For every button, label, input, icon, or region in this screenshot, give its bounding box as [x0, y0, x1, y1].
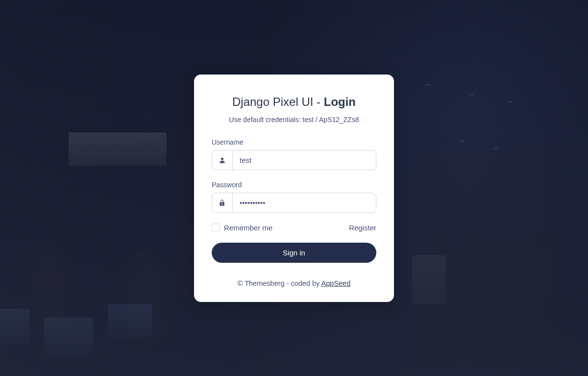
username-input[interactable]: [233, 150, 376, 170]
card-footer: © Themesberg - coded by AppSeed: [212, 279, 376, 287]
unlock-icon: [212, 193, 233, 212]
page-title: Django Pixel UI - Login: [212, 95, 376, 109]
password-group: Password: [212, 181, 376, 213]
login-card: Django Pixel UI - Login Use default cred…: [194, 75, 394, 302]
username-input-group: [212, 150, 376, 170]
password-input[interactable]: [233, 193, 376, 212]
password-label: Password: [212, 181, 376, 189]
remember-checkbox[interactable]: [212, 224, 220, 232]
title-prefix: Django Pixel UI -: [232, 95, 324, 108]
svg-point-0: [221, 157, 223, 160]
register-link[interactable]: Register: [349, 224, 376, 232]
remember-wrap: Remember me: [212, 224, 272, 232]
subtitle-credentials: Use default credentials: test / ApS12_ZZ…: [212, 116, 376, 124]
remember-label[interactable]: Remember me: [224, 224, 272, 232]
title-bold: Login: [324, 95, 356, 108]
signin-button[interactable]: Sign in: [212, 243, 376, 263]
user-icon: [212, 150, 233, 170]
username-label: Username: [212, 138, 376, 146]
password-input-group: [212, 193, 376, 213]
options-row: Remember me Register: [212, 224, 376, 232]
footer-text: © Themesberg - coded by: [238, 279, 321, 287]
appseed-link[interactable]: AppSeed: [321, 279, 351, 287]
username-group: Username: [212, 138, 376, 170]
